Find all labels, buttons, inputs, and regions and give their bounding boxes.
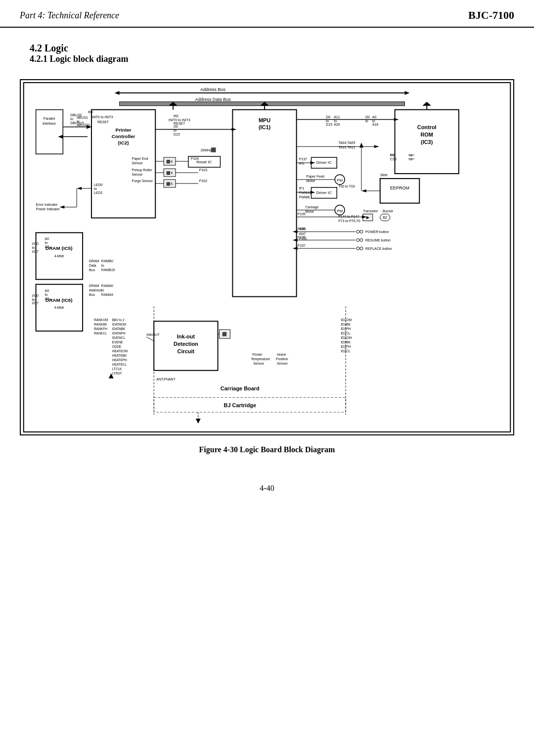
svg-text:Home: Home [277,353,286,356]
svg-text:⬛K: ⬛K [166,171,173,175]
svg-text:Sensor: Sensor [253,362,265,365]
svg-text:P155: P155 [298,227,306,231]
svg-text:D0: D0 [326,115,330,119]
svg-text:Temperature: Temperature [251,357,270,361]
svg-text:MPU: MPU [259,117,270,123]
svg-marker-211 [196,419,201,424]
svg-text:EEPROM: EEPROM [390,186,409,190]
svg-text:RAMB0: RAMB0 [101,259,113,263]
svg-text:to: to [365,119,368,123]
svg-text:Circuit: Circuit [178,348,195,354]
svg-text:TA04,TA05: TA04,TA05 [338,141,355,144]
figure-caption: Figure 4-30 Logic Board Block Diagram [0,445,534,454]
svg-text:OE: OE [408,154,413,157]
svg-text:Ink-out: Ink-out [177,333,195,339]
svg-text:IDATABK: IDATABK [112,327,126,331]
svg-text:P105: P105 [298,212,306,216]
svg-text:ROM: ROM [420,132,433,138]
svg-text:Sensor: Sensor [132,161,143,165]
svg-text:A11: A11 [334,115,340,119]
svg-text:ID1OM: ID1OM [341,318,352,322]
svg-marker-118 [293,230,298,233]
svg-text:to: to [101,264,104,267]
svg-rect-60 [232,110,296,297]
svg-text:Controller: Controller [112,134,135,139]
svg-text:Bus: Bus [89,293,95,296]
svg-text:to: to [77,120,80,123]
svg-text:Interface: Interface [43,122,56,125]
svg-marker-130 [293,247,298,250]
svg-text:Data: Data [89,264,96,267]
svg-text:HEATEPH: HEATEPH [112,358,127,362]
svg-text:DRAM (IC5): DRAM (IC5) [45,245,73,251]
svg-text:INIT0 to INIT3: INIT0 to INIT3 [91,115,113,119]
svg-marker-219 [231,128,236,131]
svg-text:to: to [372,119,375,123]
svg-text:LED2: LED2 [94,191,103,194]
svg-text:POWER button: POWER button [365,230,389,234]
svg-text:Buzzer: Buzzer [383,209,394,213]
svg-text:I/O7: I/O7 [32,301,39,305]
svg-marker-227 [394,118,399,121]
svg-text:A0: A0 [45,289,49,292]
svg-text:Carriage: Carriage [306,205,319,209]
svg-marker-2 [404,91,409,95]
svg-text:RANKOM: RANKOM [94,318,108,322]
svg-text:Driver IC: Driver IC [316,190,332,195]
svg-point-126 [360,238,363,241]
svg-text:Detection: Detection [174,341,198,347]
svg-text:RAMB15: RAMB15 [101,268,115,272]
svg-text:D15: D15 [326,123,332,126]
svg-text:Address: Address [89,288,102,292]
svg-text:PWMB: PWMB [299,195,310,199]
svg-text:Position: Position [276,357,288,361]
svg-text:to: to [334,119,337,123]
svg-text:⬛K: ⬛K [166,159,173,164]
svg-text:(IC1): (IC1) [259,124,271,130]
svg-marker-124 [293,238,298,241]
svg-line-187 [146,337,154,341]
svg-point-120 [360,230,363,233]
svg-text:Control: Control [417,124,437,130]
svg-text:ABUS20: ABUS20 [77,123,90,127]
svg-text:PM: PM [337,209,343,213]
svg-text:(IC3): (IC3) [421,139,433,145]
svg-marker-99 [374,145,379,148]
svg-text:TA10,TA11: TA10,TA11 [338,145,355,149]
svg-text:BZ: BZ [383,216,388,219]
page-number: 4-40 [0,484,534,503]
svg-text:ABUS1: ABUS1 [77,116,88,119]
svg-marker-72 [311,161,315,164]
svg-text:HEATECL: HEATECL [112,363,127,366]
header-right: BJC-7100 [468,9,514,22]
svg-rect-100 [380,179,420,203]
svg-text:LED0: LED0 [94,183,103,187]
svg-text:Pickup Roller: Pickup Roller [132,168,153,172]
svg-text:4-Mbit: 4-Mbit [54,306,64,309]
svg-text:REPLACE button: REPLACE button [365,247,392,250]
svg-text:Driver IC: Driver IC [316,160,332,165]
svg-text:⬛: ⬛ [222,331,227,336]
svg-point-119 [356,230,359,233]
svg-text:RANKCL: RANKCL [94,331,107,335]
svg-text:P137: P137 [299,157,307,161]
svg-text:RANKBK: RANKBK [94,323,107,326]
svg-text:Error Indicator: Error Indicator [36,203,58,206]
svg-text:INIT0 to INIT3: INIT0 to INIT3 [169,118,190,122]
svg-marker-12 [58,135,63,139]
svg-text:Transistor: Transistor [363,209,378,213]
svg-text:RESET: RESET [174,122,185,125]
svg-marker-32 [77,187,82,190]
svg-text:⬛K: ⬛K [166,182,173,186]
svg-text:BJ Cartridge: BJ Cartridge [224,402,257,408]
svg-text:Bus: Bus [89,268,95,272]
section-h3: 4.2.1 Logic block diagram [30,54,504,64]
svg-marker-214 [422,102,431,106]
svg-text:2kbit: 2kbit [380,173,388,177]
svg-text:I/O7: I/O7 [32,250,39,253]
svg-text:P144 to P147: P144 to P147 [338,215,359,218]
svg-text:RD: RD [390,153,395,157]
svg-text:EVENE: EVENE [112,340,124,344]
svg-marker-37 [59,206,64,209]
svg-text:P102: P102 [199,179,207,183]
